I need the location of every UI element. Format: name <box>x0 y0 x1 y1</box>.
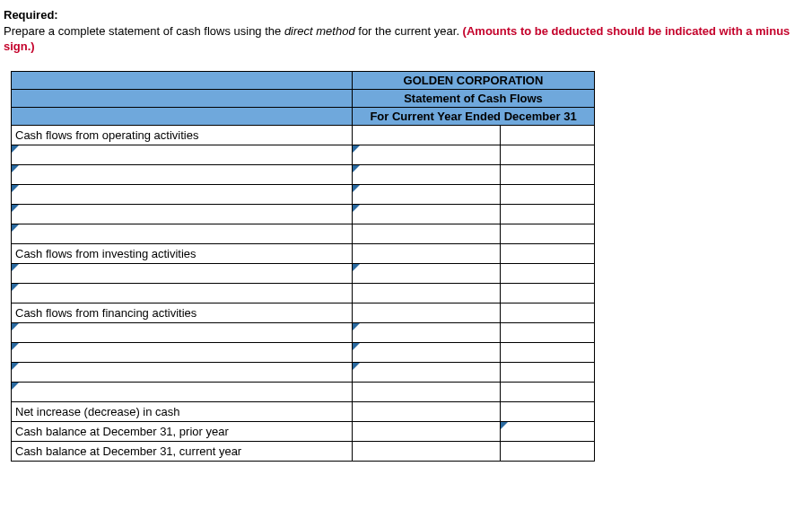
cash-flow-table: GOLDEN CORPORATION Statement of Cash Flo… <box>11 71 595 462</box>
section-investing: Cash flows from investing activities <box>12 243 353 263</box>
prior-balance-label: Cash balance at December 31, prior year <box>12 421 353 441</box>
company-name: GOLDEN CORPORATION <box>353 71 595 89</box>
fin-line2-c3 <box>501 342 595 362</box>
inv-line1-c3 <box>501 263 595 283</box>
fin-line1-c3 <box>501 322 595 342</box>
inv-line2-c3 <box>501 283 595 303</box>
op-line5-desc[interactable] <box>12 224 353 243</box>
hdr-spacer-1 <box>12 71 353 89</box>
fin-line3-desc[interactable] <box>12 362 353 382</box>
instruction-text-italic: direct method <box>284 24 355 38</box>
fin-line1-desc[interactable] <box>12 322 353 342</box>
inv-hdr-c3 <box>501 243 595 263</box>
op-line1-amt[interactable] <box>353 145 501 164</box>
hdr-spacer-2 <box>12 89 353 107</box>
inv-line2-c2 <box>353 283 501 303</box>
fin-line2-desc[interactable] <box>12 342 353 362</box>
net-change-c3 <box>501 401 595 421</box>
statement-period: For Current Year Ended December 31 <box>353 107 595 125</box>
fin-line3-amt[interactable] <box>353 362 501 382</box>
op-hdr-c3 <box>501 125 595 145</box>
hdr-spacer-3 <box>12 107 353 125</box>
op-line1-desc[interactable] <box>12 145 353 164</box>
op-line4-c3 <box>501 204 595 224</box>
net-change-label: Net increase (decrease) in cash <box>12 401 353 421</box>
fin-line1-amt[interactable] <box>353 322 501 342</box>
op-line2-amt[interactable] <box>353 164 501 184</box>
instructions: Required: Prepare a complete statement o… <box>4 7 808 71</box>
curr-balance-label: Cash balance at December 31, current yea… <box>12 441 353 461</box>
curr-balance-c3 <box>501 441 595 461</box>
op-line4-desc[interactable] <box>12 204 353 224</box>
fin-hdr-c2 <box>353 303 501 322</box>
fin-line3-c3 <box>501 362 595 382</box>
statement-title: Statement of Cash Flows <box>353 89 595 107</box>
instruction-text-a: Prepare a complete statement of cash flo… <box>4 24 284 38</box>
fin-line4-c3 <box>501 382 595 401</box>
required-label: Required: <box>4 8 58 22</box>
inv-line1-desc[interactable] <box>12 263 353 283</box>
op-line3-desc[interactable] <box>12 184 353 204</box>
op-line1-c3 <box>501 145 595 164</box>
net-change-c2 <box>353 401 501 421</box>
fin-line4-desc[interactable] <box>12 382 353 401</box>
op-line5-c2 <box>353 224 501 243</box>
fin-line2-amt[interactable] <box>353 342 501 362</box>
inv-line1-amt[interactable] <box>353 263 501 283</box>
op-line5-c3 <box>501 224 595 243</box>
section-financing: Cash flows from financing activities <box>12 303 353 322</box>
op-line2-desc[interactable] <box>12 164 353 184</box>
inv-hdr-c2 <box>353 243 501 263</box>
fin-hdr-c3 <box>501 303 595 322</box>
fin-line4-c2 <box>353 382 501 401</box>
op-hdr-c2 <box>353 125 501 145</box>
section-operating: Cash flows from operating activities <box>12 125 353 145</box>
prior-balance-amt[interactable] <box>501 421 595 441</box>
op-line3-c3 <box>501 184 595 204</box>
prior-balance-c2 <box>353 421 501 441</box>
op-line3-amt[interactable] <box>353 184 501 204</box>
inv-line2-desc[interactable] <box>12 283 353 303</box>
op-line4-amt[interactable] <box>353 204 501 224</box>
curr-balance-c2 <box>353 441 501 461</box>
instruction-text-c: for the current year. <box>355 24 463 38</box>
op-line2-c3 <box>501 164 595 184</box>
